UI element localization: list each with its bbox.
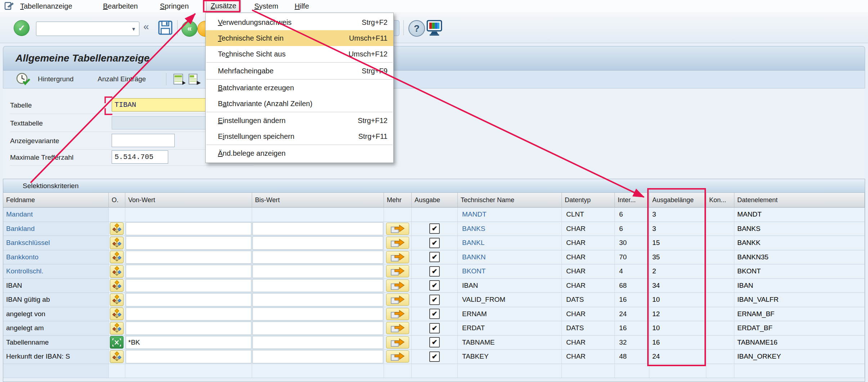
execute-background-icon[interactable] [15,72,31,88]
mehr-button[interactable] [386,279,409,292]
select-options-button[interactable] [110,322,124,335]
von-wert-input[interactable] [126,236,251,250]
context-menu: VerwendungsnachweisStrg+F2Technische Sic… [205,13,394,163]
bis-wert-input[interactable] [252,265,383,278]
menu-springen[interactable]: Springen [160,0,189,12]
ausgabelaenge: 12 [652,310,660,318]
menu-item-1[interactable]: Technische Sicht einUmsch+F11 [206,30,393,46]
save-button[interactable] [158,20,173,37]
mehr-button[interactable] [386,336,409,349]
menu-tabellenanzeige[interactable]: Tabellenanzeige [20,0,72,12]
bis-wert-input[interactable] [252,236,383,250]
col-interne-laenge[interactable]: Inter... [615,193,649,208]
mehr-button[interactable] [386,237,409,249]
customize-layout-icon[interactable] [426,19,442,37]
von-wert-input[interactable] [126,308,251,321]
ausgabe-checkbox[interactable]: ✔ [429,238,440,248]
menu-item-label: Änd.belege anzeigen [218,149,286,158]
back-button[interactable]: « [182,21,197,37]
datentyp: CHAR [566,353,586,360]
menu-item-7[interactable]: Einstellungen speichernStrg+F11 [206,128,393,144]
mehr-button[interactable] [386,308,409,320]
anzeigevariante-input[interactable] [112,134,175,147]
select-options-button[interactable] [110,237,124,249]
ausgabe-checkbox[interactable]: ✔ [429,309,440,319]
menu-item-5[interactable]: Batchvariante (Anzahl Zeilen) [206,96,393,112]
select-options-button[interactable] [110,308,124,320]
menu-item-label: Batchvariante erzeugen [218,84,294,92]
bis-wert-input[interactable] [252,336,383,349]
von-wert-input[interactable] [126,322,251,335]
ausgabe-checkbox[interactable]: ✔ [429,351,440,362]
col-ausgabe[interactable]: Ausgabe [412,193,458,208]
enter-button[interactable]: ✓ [14,20,30,36]
table-row: IBAN gültig ab✔VALID_FROMDATS1610IBAN_VA… [3,293,865,307]
menu-zusaetze[interactable]: Zusätze [206,0,241,12]
select-options-button[interactable] [110,279,124,292]
selection-fields-icon[interactable] [173,73,186,87]
col-ausgabelaenge[interactable]: Ausgabelänge [649,193,706,208]
help-button[interactable]: ? [408,20,425,37]
col-o[interactable]: O. [109,193,125,208]
col-technischer-name[interactable]: Technischer Name [458,193,562,208]
select-options-button[interactable] [110,222,124,235]
menu-item-8[interactable]: Änd.belege anzeigen [206,145,393,161]
toolbar-button-edge [394,20,399,36]
menu-system[interactable]: System [254,0,278,12]
bis-wert-input[interactable] [252,322,383,335]
anzahl-eintraege-button[interactable]: Anzahl Einträge [98,71,146,88]
dropdown-arrow-icon[interactable]: ▾ [128,26,139,32]
bis-wert-input[interactable] [252,251,383,264]
ausgabe-checkbox[interactable]: ✔ [429,252,440,262]
mehr-button[interactable] [386,251,409,263]
mehr-button[interactable] [386,265,409,277]
collapse-icon[interactable]: « [143,21,149,32]
mehr-button[interactable] [386,223,409,235]
ausgabe-checkbox[interactable]: ✔ [429,323,440,333]
bis-wert-input[interactable] [252,279,383,292]
von-wert-input[interactable] [126,350,251,363]
exclude-selection-button[interactable] [110,336,124,349]
von-wert-input[interactable]: *BK [126,336,251,349]
ausgabe-checkbox[interactable]: ✔ [429,223,440,234]
select-options-button[interactable] [110,350,124,363]
col-datenelement[interactable]: Datenelement [734,193,865,208]
select-options-button[interactable] [110,265,124,278]
ausgabe-checkbox[interactable]: ✔ [429,266,440,277]
menu-item-2[interactable]: Technische Sicht ausUmsch+F12 [206,46,393,62]
output-fields-icon[interactable] [188,73,201,87]
col-datentyp[interactable]: Datentyp [562,193,615,208]
von-wert-input[interactable] [126,222,251,236]
menu-hilfe[interactable]: Hilfe [295,0,309,12]
mehr-button[interactable] [386,350,409,363]
mehr-button[interactable] [386,322,409,334]
col-bis-wert[interactable]: Bis-Wert [252,193,384,208]
ausgabe-checkbox[interactable]: ✔ [429,337,440,347]
von-wert-input[interactable] [126,279,251,292]
menu-item-4[interactable]: Batchvariante erzeugen [206,80,393,96]
mehr-button[interactable] [386,294,409,306]
menu-item-6[interactable]: Einstellungen ändernStrg+F12 [206,113,393,128]
ausgabe-checkbox[interactable]: ✔ [429,295,440,305]
bis-wert-input[interactable] [252,308,383,321]
datentyp: CHAR [566,253,586,261]
command-input[interactable]: ▾ [36,22,139,36]
von-wert-input[interactable] [126,265,251,278]
col-konv[interactable]: Kon... [706,193,734,208]
menu-item-3[interactable]: MehrfacheingabeStrg+F9 [206,63,393,79]
bis-wert-input[interactable] [252,293,383,306]
menu-item-0[interactable]: VerwendungsnachweisStrg+F2 [206,14,393,30]
maximale-trefferzahl-input[interactable]: 5.514.705 [112,150,168,164]
bis-wert-input[interactable] [252,222,383,236]
hintergrund-button[interactable]: Hintergrund [38,71,73,88]
col-von-wert[interactable]: Von-Wert [125,193,252,208]
menu-bearbeiten[interactable]: Bearbeiten [103,0,138,12]
select-options-button[interactable] [110,251,124,263]
select-options-button[interactable] [110,294,124,306]
col-mehr[interactable]: Mehr [384,193,412,208]
ausgabe-checkbox[interactable]: ✔ [429,280,440,291]
bis-wert-input[interactable] [252,350,383,363]
von-wert-input[interactable] [126,293,251,306]
von-wert-input[interactable] [126,251,251,264]
col-feldname[interactable]: Feldname [3,193,109,208]
